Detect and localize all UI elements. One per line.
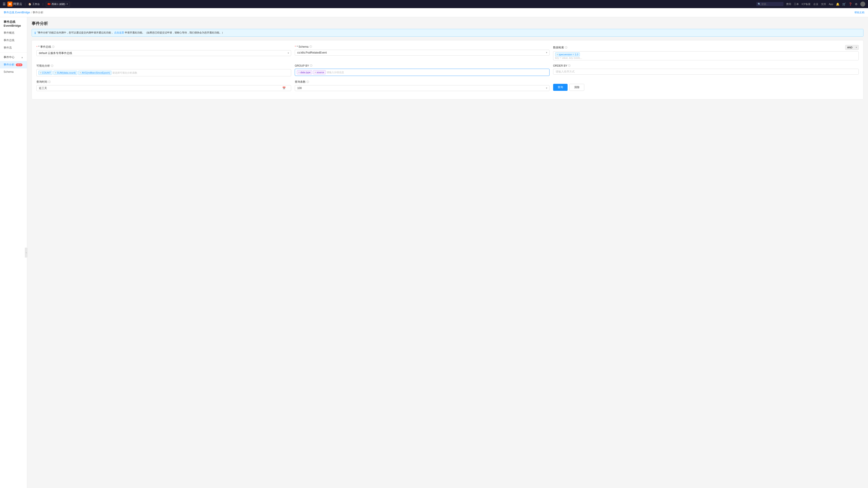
form-card: * * 事件总线 ⓘ default 云服务专用事件总线 * * Schema: [32, 40, 864, 99]
info-banner: ℹ "事件分析"功能正在内测中，您可以通过提交内测申请并通过此功能， 点击这里 …: [32, 29, 864, 37]
event-bus-label: * * 事件总线 ⓘ: [36, 45, 291, 49]
event-bus-select-wrapper: default 云服务专用事件总线: [36, 50, 291, 56]
viz-tag-count: × COUNT: [38, 71, 53, 75]
doc-link[interactable]: 帮助文档: [855, 11, 864, 14]
nav-support[interactable]: 支持: [821, 2, 826, 6]
query-time-label: 查询时间 ⓘ: [36, 80, 291, 84]
chevron-up-icon: ▲: [21, 56, 23, 59]
visualization-label: 可视化分析 ⓘ: [36, 64, 291, 68]
query-time-help-icon[interactable]: ⓘ: [48, 80, 51, 84]
schema-select-wrapper: cs:k8s:PodRelatedEvent: [295, 50, 550, 56]
visualization-input[interactable]: [112, 71, 289, 74]
field-data-filter: 数据检索 ⓘ AND × specve: [553, 45, 859, 60]
sidebar-collapse-button[interactable]: ‹: [25, 248, 28, 258]
field-group-by: GROUP BY ⓘ × data.type × source: [295, 64, 550, 76]
sidebar-title[interactable]: 事件总线 EventBridge: [0, 17, 27, 29]
main-content: 事件分析 ℹ "事件分析"功能正在内测中，您可以通过提交内测申请并通过此功能， …: [27, 17, 868, 488]
filter-tag-specversion: × specversion = 1.0: [555, 53, 580, 57]
filter-placeholder: key = value, key exists...: [555, 57, 857, 59]
query-count-wrapper: 100: [295, 85, 550, 91]
sidebar-item-analysis[interactable]: 事件分析 NEW: [0, 61, 27, 68]
form-row-2: 可视化分析 ⓘ × COUNT × SUM(data.count): [36, 64, 859, 76]
and-select[interactable]: AND: [845, 45, 859, 50]
search-icon: 🔍: [758, 3, 761, 6]
breadcrumb-eventbridge[interactable]: 事件总线 EventBridge: [4, 11, 30, 14]
data-filter-area[interactable]: × specversion = 1.0 key = value, key exi…: [553, 51, 859, 60]
event-bus-select[interactable]: default 云服务专用事件总线: [36, 50, 291, 56]
order-by-input[interactable]: [553, 69, 859, 74]
help-icon[interactable]: ❓: [848, 2, 852, 6]
schema-label: * * Schema ⓘ: [295, 45, 550, 48]
filter-tag-close[interactable]: ×: [557, 53, 558, 56]
order-by-help-icon[interactable]: ⓘ: [568, 64, 570, 67]
event-bus-help-icon[interactable]: ⓘ: [52, 45, 55, 48]
group-by-tags-area[interactable]: × data.type × source: [295, 69, 550, 76]
data-filter-help-icon[interactable]: ⓘ: [565, 46, 567, 49]
viz-tag-sum: × SUM(data.count): [53, 71, 77, 75]
visualization-tags-area[interactable]: × COUNT × SUM(data.count) × AVG(milllsec…: [36, 69, 291, 76]
logo-text: 阿里云: [13, 2, 22, 6]
group-by-tag-source-close[interactable]: ×: [315, 71, 316, 74]
sidebar-item-schema[interactable]: Schema: [0, 68, 27, 75]
visualization-help-icon[interactable]: ⓘ: [51, 64, 53, 68]
group-by-input[interactable]: [327, 71, 548, 74]
viz-tag-avg-close[interactable]: ×: [80, 72, 81, 74]
info-text-2: 申请开通此功能。（如果您已经提交过申请，请耐心等待，我们很快会为您开通此功能。）: [125, 31, 224, 34]
query-count-select[interactable]: 100: [295, 85, 550, 91]
cart-icon[interactable]: 🛒: [842, 2, 846, 6]
schema-help-icon[interactable]: ⓘ: [309, 45, 312, 48]
query-count-label: 查询条数 ⓘ: [295, 80, 550, 84]
secondary-nav: 事件总线 EventBridge / 事件分析 帮助文档: [0, 8, 868, 17]
sidebar: 事件总线 EventBridge 事件概览 事件总线 事件流 事件中心 ▲ 事件…: [0, 17, 27, 488]
notification-icon[interactable]: 🔔: [836, 2, 839, 6]
query-time-wrapper: 近三天 📅: [36, 85, 291, 91]
group-by-help-icon[interactable]: ⓘ: [310, 64, 312, 67]
data-filter-label: 数据检索 ⓘ AND: [553, 45, 859, 50]
query-count-help-icon[interactable]: ⓘ: [307, 80, 309, 84]
field-event-bus: * * 事件总线 ⓘ default 云服务专用事件总线: [36, 45, 291, 56]
logo: 阿里云: [7, 2, 22, 6]
main-layout: 事件总线 EventBridge 事件概览 事件总线 事件流 事件中心 ▲ 事件…: [0, 17, 868, 488]
nav-icp[interactable]: ICP备案: [802, 2, 811, 6]
field-schema: * * Schema ⓘ cs:k8s:PodRelatedEvent: [295, 45, 550, 56]
logo-icon: [7, 2, 12, 6]
field-query-time: 查询时间 ⓘ 近三天 📅: [36, 80, 291, 91]
info-link[interactable]: 点击这里: [114, 31, 124, 34]
form-row-1: * * 事件总线 ⓘ default 云服务专用事件总线 * * Schema: [36, 45, 859, 60]
schema-select[interactable]: cs:k8s:PodRelatedEvent: [295, 50, 550, 56]
viz-tag-sum-close[interactable]: ×: [55, 72, 56, 74]
nav-app[interactable]: App: [829, 3, 833, 5]
group-by-tag-datatype: × data.type: [297, 70, 312, 74]
menu-icon[interactable]: ☰: [3, 2, 6, 6]
field-visualization: 可视化分析 ⓘ × COUNT × SUM(data.count): [36, 64, 291, 76]
nav-ticket[interactable]: 工单: [794, 2, 799, 6]
action-buttons: 查询 清除: [553, 84, 859, 91]
workbench-button[interactable]: 🏠 工作台: [28, 2, 40, 6]
sidebar-item-overview[interactable]: 事件概览: [0, 29, 27, 37]
region-selector[interactable]: 🇨🇳 西南1 (成都) ▼: [46, 2, 70, 6]
sidebar-item-stream[interactable]: 事件流: [0, 44, 27, 52]
settings-icon[interactable]: ⚙: [855, 2, 858, 6]
breadcrumb: 事件总线 EventBridge / 事件分析: [4, 11, 43, 14]
svg-point-1: [9, 4, 10, 4]
clear-button[interactable]: 清除: [569, 84, 584, 91]
group-by-tag-datatype-close[interactable]: ×: [298, 71, 300, 74]
sidebar-section-event-center[interactable]: 事件中心 ▲: [0, 54, 27, 61]
chevron-down-icon: ▼: [66, 3, 68, 5]
and-select-wrapper: AND: [845, 45, 859, 50]
group-by-tag-source: × source: [313, 70, 326, 74]
breadcrumb-current: 事件分析: [33, 11, 43, 14]
nav-fees[interactable]: 费用: [786, 2, 791, 6]
sidebar-item-bus[interactable]: 事件总线: [0, 37, 27, 44]
order-by-label: ORDER BY ⓘ: [553, 64, 859, 67]
avatar[interactable]: [860, 2, 865, 6]
query-button[interactable]: 查询: [553, 84, 567, 91]
nav-enterprise[interactable]: 企业: [813, 2, 818, 6]
viz-tag-avg: × AVG(milllsecSinceEpoch): [78, 71, 112, 75]
info-icon: ℹ: [35, 31, 36, 35]
field-query-count: 查询条数 ⓘ 100: [295, 80, 550, 91]
query-time-select[interactable]: 近三天: [36, 85, 291, 91]
chevron-left-icon: ‹: [26, 252, 26, 254]
viz-tag-count-close[interactable]: ×: [40, 72, 41, 74]
form-row-3: 查询时间 ⓘ 近三天 📅 查询条数 ⓘ: [36, 80, 859, 91]
